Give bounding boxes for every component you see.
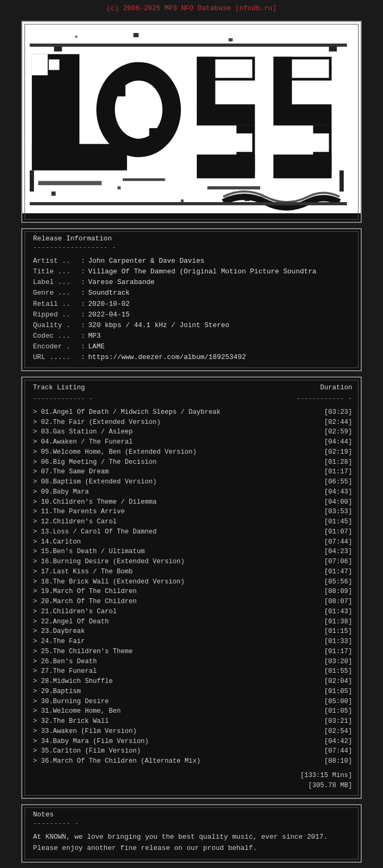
- info-label: Title ...: [33, 266, 81, 277]
- info-label: Artist ..: [33, 256, 81, 266]
- info-row: Retail ..:2020-10-02: [31, 299, 352, 310]
- info-sep: :: [81, 256, 85, 266]
- svg-rect-3: [32, 144, 127, 171]
- info-sep: :: [81, 310, 85, 320]
- notes-title: Notes: [31, 811, 352, 819]
- track-duration: [04:44]: [310, 437, 352, 447]
- svg-rect-24: [52, 191, 56, 196]
- info-value: MP3: [88, 331, 101, 341]
- info-row: Artist ..:John Carpenter & Dave Davies: [31, 256, 352, 266]
- track-row: > 30.Burning Desire[05:00]: [33, 697, 352, 707]
- track-name: > 31.Welcome Home, Ben: [33, 706, 310, 716]
- svg-rect-22: [292, 60, 329, 78]
- track-duration: [01:45]: [310, 517, 352, 527]
- track-rows: > 01.Angel Of Death / Midwich Sleeps / D…: [33, 407, 352, 766]
- svg-rect-12: [197, 104, 255, 126]
- svg-rect-8: [115, 86, 126, 96]
- info-row: URL .....:https://www.deezer.com/album/1…: [31, 352, 352, 363]
- track-name: > 12.Children's Carol: [33, 517, 310, 527]
- track-name: > 33.Awaken (Film Version): [33, 727, 310, 737]
- track-duration: [03:21]: [310, 716, 352, 727]
- svg-rect-23: [292, 133, 329, 152]
- track-row: > 17.Last Kiss / The Bomb[01:47]: [33, 567, 352, 577]
- track-name: > 02.The Fair (Extended Version): [33, 418, 310, 428]
- track-name: > 16.Burning Desire (Extended Version): [33, 557, 310, 567]
- track-name: > 30.Burning Desire: [33, 697, 310, 707]
- track-name: > 14.Carlton: [33, 537, 310, 547]
- release-info-divider: ------------------ -: [31, 244, 352, 252]
- info-value: LAME: [88, 341, 105, 352]
- svg-rect-14: [197, 155, 255, 179]
- info-sep: :: [81, 341, 85, 352]
- track-name: > 10.Children's Theme / Dilemma: [33, 497, 310, 507]
- track-name: > 21.Children's Carol: [33, 607, 310, 617]
- info-row: Genre ...:Soundtrack: [31, 288, 352, 298]
- track-row: > 05.Welcome Home, Ben (Extended Version…: [33, 447, 352, 457]
- track-name: > 06.Big Meeting / The Decision: [33, 457, 310, 468]
- track-row: > 15.Ben's Death / Ultimatum[04:23]: [33, 547, 352, 557]
- track-name: > 18.The Brick Wall (Extended Version): [33, 577, 310, 587]
- track-duration: [01:15]: [310, 627, 352, 637]
- track-row: > 29.Baptism[01:05]: [33, 687, 352, 697]
- svg-rect-34: [54, 46, 62, 52]
- track-listing-box: Track Listing Duration ------------- - -…: [21, 377, 362, 799]
- track-name: > 11.The Parents Arrive: [33, 507, 310, 517]
- info-label: Quality .: [33, 320, 81, 331]
- track-name: > 29.Baptism: [33, 687, 310, 697]
- track-name: > 19.March Of The Children: [33, 587, 310, 597]
- total-size: [305.78 MB]: [33, 781, 352, 791]
- track-duration: [08:07]: [310, 597, 352, 607]
- svg-rect-40: [30, 202, 347, 205]
- svg-rect-15: [215, 60, 253, 78]
- track-duration: [02:19]: [310, 447, 352, 457]
- svg-rect-25: [118, 186, 121, 189]
- track-row: > 25.The Children's Theme[01:17]: [33, 647, 352, 657]
- track-duration: [08:10]: [310, 756, 352, 766]
- track-row: > 13.Loss / Carol Of The Damned[01:07]: [33, 527, 352, 537]
- track-duration: [07:06]: [310, 557, 352, 567]
- track-name: > 32.The Brick Wall: [33, 716, 310, 727]
- track-name: > 15.Ben's Death / Ultimatum: [33, 547, 310, 557]
- track-divider-right: ------------ -: [296, 394, 352, 404]
- info-sep: :: [81, 288, 85, 298]
- svg-rect-30: [123, 178, 165, 181]
- info-value: 320 kbps / 44.1 kHz / Joint Stereo: [88, 320, 229, 331]
- track-duration: [04:23]: [310, 547, 352, 557]
- track-name: > 25.The Children's Theme: [33, 647, 310, 657]
- track-row: > 03.Gas Station / Asleep[02:59]: [33, 427, 352, 437]
- track-row: > 19.March Of The Children[08:09]: [33, 587, 352, 597]
- notes-box: Notes --------- - At KNOWN, we love brin…: [21, 804, 362, 863]
- track-name: > 09.Baby Mara: [33, 487, 310, 497]
- info-value: https://www.deezer.com/album/189253492: [88, 352, 246, 363]
- info-sep: :: [81, 299, 85, 310]
- info-row: Codec ...:MP3: [31, 331, 352, 341]
- track-name: > 17.Last Kiss / The Bomb: [33, 567, 310, 577]
- release-info-box: Release Information ------------------ -…: [21, 228, 362, 371]
- track-row: > 16.Burning Desire (Extended Version)[0…: [33, 557, 352, 567]
- track-table-divider: ------------- - ------------ -: [33, 394, 352, 404]
- info-row: Title ...:Village Of The Damned (Origina…: [31, 266, 352, 277]
- track-name: > 20.March Of The Children: [33, 597, 310, 607]
- track-row: > 12.Children's Carol[01:45]: [33, 517, 352, 527]
- track-row: > 20.March Of The Children[08:07]: [33, 597, 352, 607]
- track-table: Track Listing Duration ------------- - -…: [31, 383, 352, 790]
- info-row: Label ...:Varese Sarabande: [31, 277, 352, 288]
- info-sep: :: [81, 331, 85, 341]
- track-name: > 08.Baptism (Extended Version): [33, 477, 310, 487]
- track-row: > 26.Ben's Death[03:20]: [33, 657, 352, 667]
- svg-rect-36: [75, 36, 77, 38]
- track-duration: [07:44]: [310, 746, 352, 756]
- info-value: John Carpenter & Dave Davies: [88, 256, 204, 266]
- logo-box: sM: [21, 21, 362, 223]
- notes-divider: --------- -: [31, 820, 352, 828]
- notes-text: At KNOWN, we love bringing you the best …: [31, 832, 352, 854]
- svg-rect-4: [32, 54, 48, 76]
- total-time: [133:15 Mins]: [33, 771, 352, 781]
- svg-rect-21: [273, 155, 331, 179]
- track-row: > 34.Baby Mara (Film Version)[04:42]: [33, 737, 352, 747]
- track-duration: [04:43]: [310, 487, 352, 497]
- track-name: > 28.Midwich Shuffle: [33, 677, 310, 687]
- info-value: Varese Sarabande: [88, 277, 155, 288]
- info-row: Encoder .:LAME: [31, 341, 352, 352]
- svg-rect-39: [30, 44, 347, 47]
